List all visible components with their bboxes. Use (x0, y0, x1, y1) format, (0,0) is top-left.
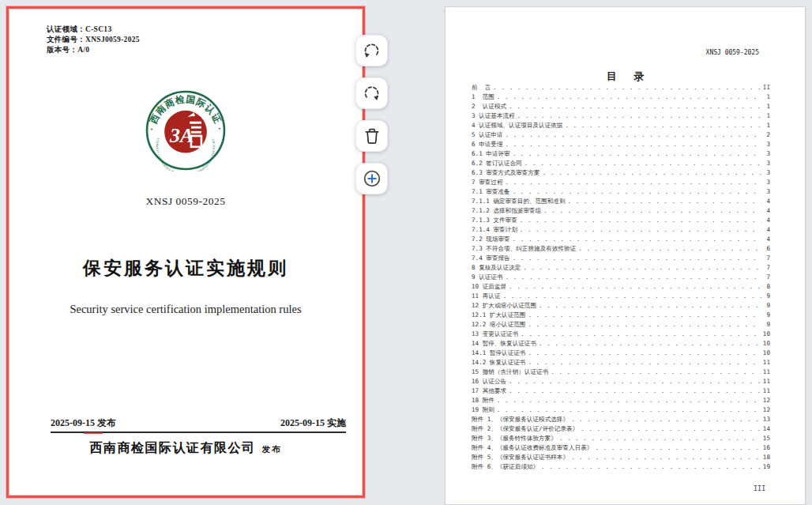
zoom-in-button[interactable] (355, 163, 388, 194)
toc-entry-page: 4 (764, 236, 770, 243)
toc-entry: 7.3 不符合项、纠正措施及有效性验证 6 (472, 245, 770, 254)
toc-entry: 前 言 II (472, 84, 770, 93)
toc-dot-leader (509, 387, 761, 394)
toc-entry: 17 其他要求 11 (472, 387, 770, 397)
rotate-clockwise-button[interactable] (355, 77, 388, 109)
toc-dot-leader (520, 226, 761, 233)
toc-entry: 附件 5、《保安服务认证证书样本》 18 (472, 454, 770, 463)
toc-entry-page: 9 (764, 321, 770, 328)
toc-entry-label: 7.1.4 审查计划 (472, 226, 517, 234)
toc-entry-page: 1 (764, 122, 770, 129)
toc-entry-label: 12.1 扩大认证范围 (472, 311, 525, 319)
toc-entry-label: 3 认证基本流程 (472, 112, 515, 120)
toc-entry-page: 7 (764, 273, 770, 281)
cert-field-line: 认证领域：C-SC13 (47, 24, 140, 35)
toc-entry: 7.2 现场审查 4 (472, 236, 770, 245)
toc-entry: 14 暂停、恢复认证证书 10 (472, 340, 770, 349)
toc-dot-leader (528, 311, 761, 318)
toc-dot-leader (551, 368, 761, 375)
delete-page-button[interactable] (355, 120, 388, 152)
toc-dot-leader (528, 349, 760, 356)
toc-entry-page: 13 (763, 416, 770, 423)
toc-entry-label: 附件 6、《获证后须知》 (472, 463, 539, 471)
toc-entry: 5 认证申请 2 (472, 131, 770, 141)
toc-entry: 9 认证证书 7 (472, 273, 770, 283)
toc-entry: 6 申请受理 3 (472, 141, 770, 150)
toc-entry-page: 4 (764, 226, 770, 233)
toc-entry: 7 审查过程 3 (472, 179, 770, 188)
toc-entry: 4 认证领域、认证项目及认证依据 1 (472, 122, 770, 131)
toc-entry: 12 扩大或缩小认证范围 9 (472, 302, 770, 311)
toc-entry: 6.2 签订认证合同 3 (472, 160, 770, 169)
toc-header-doc-number: XNSJ 0059-2025 (706, 49, 759, 56)
toc-dot-leader (539, 302, 761, 309)
toc-entry-label: 附件 5、《保安服务认证证书样本》 (472, 454, 569, 462)
toc-dot-leader (543, 169, 761, 176)
toc-entry: 1 范围 1 (472, 93, 770, 103)
toc-entry-page: 16 (763, 444, 770, 451)
toc-entry: 15 撤销（含注销）认证证书 11 (472, 368, 770, 378)
toc-entry-label: 7.2 现场审查 (472, 236, 510, 243)
toc-entry-page: 10 (763, 330, 770, 337)
toc-dot-leader (568, 198, 761, 205)
toc-entry: 7.1.3 文件审查 4 (472, 217, 770, 226)
toc-dot-leader (517, 112, 761, 119)
toc-dot-leader (524, 160, 761, 167)
toc-entry-page: II (763, 84, 770, 91)
toc-entry-label: 17 其他要求 (472, 387, 506, 395)
cover-title-chinese: 保安服务认证实施规则 (9, 256, 363, 281)
toc-entry-label: 6 申请受理 (472, 141, 503, 149)
toc-entry-label: 6.2 签订认证合同 (472, 160, 522, 168)
toc-entry-page: 12 (763, 397, 770, 404)
toc-dot-leader (565, 122, 761, 129)
toc-entry-page: 3 (764, 150, 770, 157)
toc-entry-page: 12 (763, 406, 770, 413)
toc-dot-leader (520, 217, 761, 224)
cover-doc-number: XNSJ 0059-2025 (9, 195, 363, 208)
document-cover-page[interactable]: 认证领域：C-SC13 文件编号：XNSJ0059-2025 版本号：A/0 ·… (6, 6, 365, 498)
toc-dot-leader (497, 93, 761, 100)
toc-entry: 10 证后监督 8 (472, 283, 770, 292)
spellcheck-underline (84, 432, 103, 434)
toc-entry-label: 12 扩大或缩小认证范围 (472, 302, 536, 310)
toc-entry-label: 14.2 恢复认证证书 (472, 359, 525, 367)
toc-entry-page: 8 (764, 283, 770, 290)
toc-entry-label: 11 再认证 (472, 292, 501, 300)
toc-page[interactable]: XNSJ 0059-2025 目 录 前 言 II 1 范围 1 2 认证模式 … (445, 6, 806, 505)
doc-code-line: 文件编号：XNSJ0059-2025 (47, 35, 140, 45)
toc-entry-page: 7 (764, 254, 770, 262)
toc-entry-label: 13 变更认证证书 (472, 330, 518, 338)
toc-dot-leader (571, 454, 761, 461)
toc-entry-page: 1 (764, 112, 770, 119)
toc-dot-leader (509, 283, 761, 290)
toc-entry-label: 14.1 暂停认证证书 (472, 349, 525, 357)
toc-entry-page: 6 (764, 245, 770, 252)
toc-entry: 8 复核及认证决定 7 (472, 264, 770, 273)
toc-entry-label: 7.1.3 文件审查 (472, 217, 517, 224)
toc-dot-leader (541, 463, 761, 470)
toc-entry: 附件 3、《服务特性体验方案》 15 (472, 435, 770, 444)
toc-entry-page: 3 (764, 169, 770, 176)
toc-entry-label: 10 证后监督 (472, 283, 506, 291)
toc-entry-page: 3 (764, 179, 770, 186)
page-tools (355, 35, 388, 194)
toc-dot-leader (509, 103, 761, 110)
toc-entry-label: 8 复核及认证决定 (472, 264, 521, 272)
toc-list: 前 言 II 1 范围 1 2 认证模式 1 3 认证基本流程 1 (472, 84, 770, 473)
toc-entry-label: 附件 3、《服务特性体验方案》 (472, 435, 557, 443)
rotate-counterclockwise-button[interactable] (355, 35, 388, 66)
toc-entry: 12.1 扩大认证范围 9 (472, 311, 770, 321)
toc-dot-leader (559, 435, 761, 442)
cover-meta-block: 认证领域：C-SC13 文件编号：XNSJ0059-2025 版本号：A/0 (47, 24, 140, 55)
toc-entry-label: 15 撤销（含注销）认证证书 (472, 368, 548, 376)
toc-page-number: III (754, 484, 765, 492)
toc-entry-label: 7.1.1 确定审查目的、范围和准则 (472, 198, 566, 205)
toc-entry: 11 再认证 9 (472, 292, 770, 302)
toc-entry: 16 认证公告 11 (472, 378, 770, 387)
toc-entry-page: 9 (764, 311, 770, 318)
toc-dot-leader (539, 340, 761, 347)
toc-entry-page: 11 (763, 368, 770, 375)
toc-entry-page: 9 (764, 292, 770, 300)
toc-entry: 14.1 暂停认证证书 10 (472, 349, 770, 359)
trash-icon (362, 126, 382, 146)
